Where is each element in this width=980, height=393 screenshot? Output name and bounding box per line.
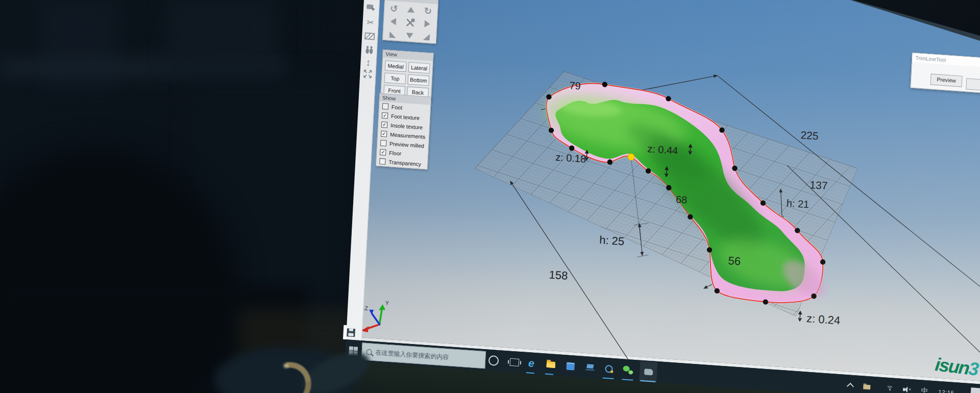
- show-desktop-button[interactable]: [970, 387, 980, 393]
- screen-glare: [342, 0, 980, 393]
- blue-app-icon[interactable]: [564, 355, 578, 377]
- active-cad-app-icon[interactable]: [639, 361, 657, 383]
- monitor-screen: X Y Z 79 225 137 h: 21 z: 0.44 z: 0.18 6…: [342, 0, 980, 393]
- wifi-icon[interactable]: [884, 377, 896, 393]
- hand: [214, 347, 357, 393]
- ring: [255, 353, 321, 393]
- task-view-icon[interactable]: [507, 351, 522, 373]
- background-wall-band: [0, 57, 286, 78]
- background-column: [41, 0, 117, 87]
- ring-glint: [284, 363, 288, 368]
- tray-clock[interactable]: 12:15: [935, 381, 958, 393]
- file-explorer-icon[interactable]: [544, 353, 558, 376]
- speaker-muted-icon[interactable]: ×: [901, 379, 913, 393]
- edge-icon[interactable]: e: [524, 352, 538, 375]
- tray-chevron-up-icon[interactable]: [846, 375, 856, 393]
- person-silhouette: [0, 148, 240, 393]
- wechat-icon[interactable]: [621, 359, 635, 381]
- background-mid: [194, 77, 342, 296]
- photo-of-monitor: X Y Z 79 225 137 h: 21 z: 0.44 z: 0.18 6…: [0, 0, 980, 393]
- search-icon: [366, 349, 372, 355]
- person-shoulder: [0, 286, 306, 393]
- search-placeholder: 在这里输入你要搜索的内容: [375, 348, 449, 362]
- tray-folder-icon[interactable]: [861, 376, 872, 393]
- laptop-app-icon[interactable]: [583, 356, 597, 379]
- desk-wood: [239, 309, 356, 368]
- start-button[interactable]: [346, 339, 360, 362]
- background-window-glow: [168, 0, 276, 66]
- ime-indicator[interactable]: 中: [918, 380, 930, 393]
- cortana-icon[interactable]: [486, 350, 501, 372]
- qq-browser-icon[interactable]: [601, 357, 616, 380]
